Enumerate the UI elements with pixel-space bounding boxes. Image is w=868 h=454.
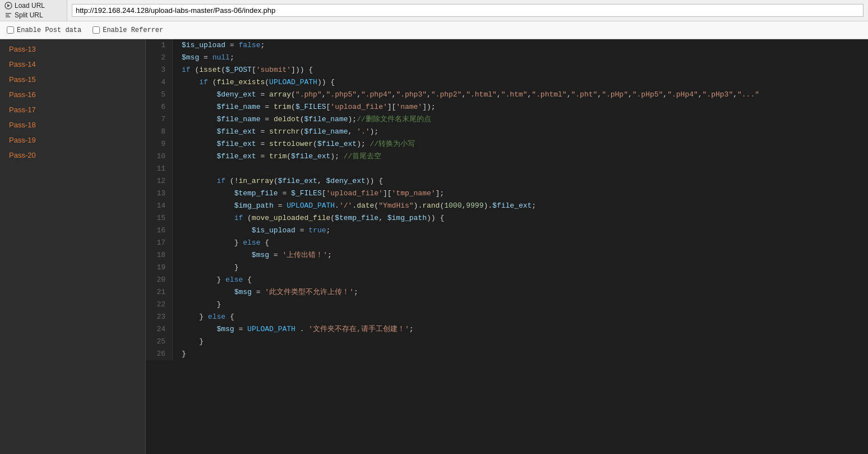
code-row: 7 $file_name = deldot($file_name);//删除文件… [146,113,868,126]
enable-referrer-checkbox[interactable] [93,26,100,34]
line-number: 9 [146,138,173,150]
line-code: $file_name = trim($_FILES['upload_file']… [173,101,868,113]
line-code: $msg = null; [173,52,868,64]
line-code: } [173,348,868,360]
code-row: 6 $file_name = trim($_FILES['upload_file… [146,101,868,113]
code-row: 26} [146,348,868,360]
url-bar [67,0,868,21]
sidebar-item-pass-20[interactable]: Pass-20 [0,148,145,163]
line-number: 18 [146,249,173,262]
line-number: 17 [146,237,173,249]
enable-referrer-label[interactable]: Enable Referrer [93,26,163,34]
toolbar-buttons: Load URL Split URL [0,0,67,21]
code-row: 12 if (!in_array($file_ext, $deny_ext)) … [146,175,868,187]
toolbar: Load URL Split URL [0,0,868,21]
line-number: 19 [146,262,173,274]
enable-post-label[interactable]: Enable Post data [7,26,81,34]
line-code: $file_name = deldot($file_name);//删除文件名末… [173,113,868,126]
code-row: 20 } else { [146,274,868,286]
line-number: 20 [146,274,173,286]
line-number: 24 [146,323,173,336]
post-bar: Enable Post data Enable Referrer [0,21,868,39]
line-code: $is_upload = false; [173,39,868,52]
line-number: 12 [146,175,173,187]
code-area[interactable]: 1$is_upload = false;2$msg = null;3if (is… [146,39,868,454]
code-row: 21 $msg = '此文件类型不允许上传！'; [146,286,868,299]
line-code: $img_path = UPLOAD_PATH.'/'.date("YmdHis… [173,200,868,212]
url-input[interactable] [72,4,864,17]
line-number: 26 [146,348,173,360]
line-code: if (file_exists(UPLOAD_PATH)) { [173,76,868,89]
line-code: } else { [173,311,868,323]
code-lines: 1$is_upload = false;2$msg = null;3if (is… [146,39,868,360]
split-url-icon [4,11,12,19]
line-code: } [173,262,868,274]
code-row: 17 } else { [146,237,868,249]
line-code: $temp_file = $_FILES['upload_file']['tmp… [173,187,868,200]
line-code: $msg = '此文件类型不允许上传！'; [173,286,868,299]
code-row: 2$msg = null; [146,52,868,64]
sidebar: Pass-13Pass-14Pass-15Pass-16Pass-17Pass-… [0,39,146,454]
code-row: 11 [146,163,868,175]
sidebar-item-pass-19[interactable]: Pass-19 [0,132,145,148]
line-number: 25 [146,336,173,348]
sidebar-item-pass-16[interactable]: Pass-16 [0,87,145,102]
line-number: 8 [146,126,173,138]
sidebar-item-pass-14[interactable]: Pass-14 [0,57,145,72]
split-url-button[interactable]: Split URL [3,11,63,20]
line-number: 23 [146,311,173,323]
line-number: 10 [146,150,173,163]
sidebar-item-pass-13[interactable]: Pass-13 [0,42,145,57]
code-row: 16 $is_upload = true; [146,224,868,237]
code-row: 10 $file_ext = trim($file_ext); //首尾去空 [146,150,868,163]
code-row: 22 } [146,299,868,311]
code-row: 13 $temp_file = $_FILES['upload_file']['… [146,187,868,200]
sidebar-item-pass-18[interactable]: Pass-18 [0,117,145,132]
sidebar-item-pass-17[interactable]: Pass-17 [0,102,145,117]
line-code: if (move_uploaded_file($temp_file, $img_… [173,212,868,224]
line-code: $file_ext = trim($file_ext); //首尾去空 [173,150,868,163]
line-code: } [173,299,868,311]
main-content: Pass-13Pass-14Pass-15Pass-16Pass-17Pass-… [0,39,868,454]
sidebar-item-pass-15[interactable]: Pass-15 [0,72,145,87]
line-number: 16 [146,224,173,237]
line-number: 13 [146,187,173,200]
code-row: 18 $msg = '上传出错！'; [146,249,868,262]
code-row: 24 $msg = UPLOAD_PATH . '文件夹不存在,请手工创建！'; [146,323,868,336]
line-code: $is_upload = true; [173,224,868,237]
enable-post-checkbox[interactable] [7,26,14,34]
load-url-icon [4,2,12,10]
code-row: 3if (isset($_POST['submit'])) { [146,64,868,76]
line-code: $deny_ext = array(".php",".php5",".php4"… [173,89,868,101]
line-code: } else { [173,237,868,249]
line-code: if (isset($_POST['submit'])) { [173,64,868,76]
line-code: $file_ext = strrchr($file_name, '.'); [173,126,868,138]
line-number: 3 [146,64,173,76]
load-url-button[interactable]: Load URL [3,1,63,10]
code-row: 15 if (move_uploaded_file($temp_file, $i… [146,212,868,224]
line-code: } [173,336,868,348]
line-code: } else { [173,274,868,286]
line-number: 15 [146,212,173,224]
line-number: 5 [146,89,173,101]
code-row: 4 if (file_exists(UPLOAD_PATH)) { [146,76,868,89]
line-code: $file_ext = strtolower($file_ext); //转换为… [173,138,868,150]
line-number: 7 [146,113,173,126]
line-number: 2 [146,52,173,64]
code-row: 19 } [146,262,868,274]
code-row: 14 $img_path = UPLOAD_PATH.'/'.date("Ymd… [146,200,868,212]
code-row: 1$is_upload = false; [146,39,868,52]
line-number: 21 [146,286,173,299]
code-row: 23 } else { [146,311,868,323]
line-number: 4 [146,76,173,89]
code-row: 8 $file_ext = strrchr($file_name, '.'); [146,126,868,138]
line-code: if (!in_array($file_ext, $deny_ext)) { [173,175,868,187]
line-number: 1 [146,39,173,52]
line-number: 14 [146,200,173,212]
code-row: 25 } [146,336,868,348]
line-number: 11 [146,163,173,175]
line-number: 6 [146,101,173,113]
split-url-label: Split URL [15,11,43,19]
code-row: 5 $deny_ext = array(".php",".php5",".php… [146,89,868,101]
line-number: 22 [146,299,173,311]
